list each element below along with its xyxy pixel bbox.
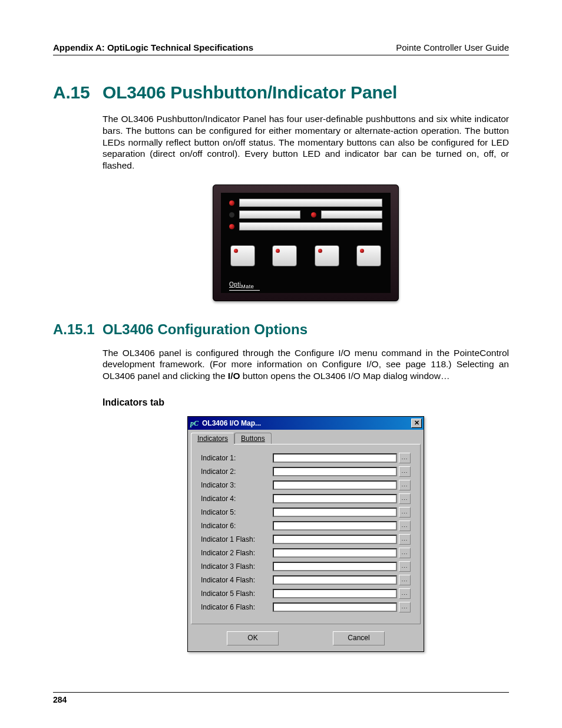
- field-label: Indicator 5 Flash:: [201, 589, 273, 598]
- ok-button[interactable]: OK: [227, 631, 279, 645]
- browse-button[interactable]: ...: [399, 588, 411, 599]
- app-logo-icon: pC: [190, 419, 200, 428]
- indicator-5-input[interactable]: [273, 508, 397, 517]
- subsection-title: OL3406 Configuration Options: [103, 321, 308, 337]
- indicator-3-input[interactable]: [273, 480, 397, 490]
- tab-buttons[interactable]: Buttons: [234, 433, 272, 444]
- hardware-pushbutton: [315, 245, 339, 266]
- header-left: Appendix A: OptiLogic Technical Specific…: [53, 42, 253, 52]
- indicator-bar: [239, 222, 382, 230]
- close-button[interactable]: ✕: [411, 419, 422, 428]
- field-row: Indicator 2:...: [201, 466, 411, 477]
- field-label: Indicator 6 Flash:: [201, 603, 273, 611]
- field-label: Indicator 3 Flash:: [201, 562, 273, 571]
- section-number: A.15: [53, 83, 103, 103]
- field-label: Indicator 4:: [201, 495, 273, 503]
- header-right: Pointe Controller User Guide: [396, 42, 509, 52]
- section-title: OL3406 Pushbutton/Indicator Panel: [103, 83, 397, 102]
- field-row: Indicator 1 Flash:...: [201, 534, 411, 545]
- field-label: Indicator 1 Flash:: [201, 535, 273, 543]
- indicator-2-flash-input[interactable]: [273, 548, 397, 558]
- page-header: Appendix A: OptiLogic Technical Specific…: [53, 42, 509, 55]
- browse-button[interactable]: ...: [399, 548, 411, 558]
- field-label: Indicator 5:: [201, 508, 273, 516]
- field-label: Indicator 2 Flash:: [201, 549, 273, 557]
- field-row: Indicator 2 Flash:...: [201, 548, 411, 558]
- browse-button[interactable]: ...: [399, 521, 411, 531]
- indicator-led-icon: [229, 224, 234, 229]
- device-illustration: OptiMate: [103, 185, 509, 301]
- browse-button[interactable]: ...: [399, 493, 411, 504]
- indicator-6-input[interactable]: [273, 521, 397, 531]
- subsection-heading: A.15.1OL3406 Configuration Options: [53, 321, 509, 338]
- field-label: Indicator 6:: [201, 522, 273, 530]
- tab-pane: Indicator 1:... Indicator 2:... Indicato…: [191, 444, 421, 624]
- indicator-5-flash-input[interactable]: [273, 589, 397, 598]
- field-row: Indicator 1:...: [201, 453, 411, 463]
- dialog-title: OL3406 I/O Map...: [202, 419, 261, 427]
- browse-button[interactable]: ...: [399, 466, 411, 477]
- browse-button[interactable]: ...: [399, 480, 411, 490]
- browse-button[interactable]: ...: [399, 602, 411, 612]
- field-row: Indicator 5:...: [201, 507, 411, 518]
- indicator-6-flash-input[interactable]: [273, 602, 397, 612]
- browse-button[interactable]: ...: [399, 507, 411, 518]
- hardware-pushbutton: [356, 245, 381, 266]
- tab-strip: IndicatorsButtons: [188, 430, 424, 444]
- indicator-bar: [321, 210, 382, 219]
- indicator-led-icon: [311, 212, 316, 218]
- indicator-bar: [239, 199, 382, 207]
- indicator-bar: [239, 210, 300, 219]
- browse-button[interactable]: ...: [399, 561, 411, 572]
- field-row: Indicator 4 Flash:...: [201, 575, 411, 585]
- indicator-2-input[interactable]: [273, 467, 397, 476]
- field-row: Indicator 6 Flash:...: [201, 602, 411, 612]
- indicator-1-input[interactable]: [273, 453, 397, 463]
- dialog-titlebar: pC OL3406 I/O Map... ✕: [188, 417, 424, 430]
- field-row: Indicator 6:...: [201, 521, 411, 531]
- field-label: Indicator 4 Flash:: [201, 576, 273, 584]
- browse-button[interactable]: ...: [399, 453, 411, 463]
- section-heading: A.15OL3406 Pushbutton/Indicator Panel: [53, 83, 509, 103]
- cancel-button[interactable]: Cancel: [333, 631, 385, 645]
- field-row: Indicator 5 Flash:...: [201, 588, 411, 599]
- indicators-tab-heading: Indicators tab: [103, 397, 509, 408]
- indicator-led-icon: [229, 212, 234, 218]
- indicator-4-flash-input[interactable]: [273, 575, 397, 585]
- field-label: Indicator 1:: [201, 454, 273, 462]
- field-row: Indicator 3:...: [201, 480, 411, 490]
- subsection-number: A.15.1: [53, 321, 103, 338]
- device-brand-label: OptiMate: [229, 281, 260, 291]
- section-paragraph-1: The OL3406 Pushbutton/Indicator Panel ha…: [103, 113, 509, 172]
- io-map-dialog: pC OL3406 I/O Map... ✕ IndicatorsButtons…: [187, 416, 424, 652]
- page-number: 284: [53, 695, 67, 704]
- indicator-3-flash-input[interactable]: [273, 562, 397, 571]
- page-footer: 284: [53, 692, 509, 704]
- indicator-led-icon: [229, 200, 234, 206]
- browse-button[interactable]: ...: [399, 534, 411, 545]
- field-label: Indicator 3:: [201, 481, 273, 489]
- field-row: Indicator 3 Flash:...: [201, 561, 411, 572]
- indicator-1-flash-input[interactable]: [273, 535, 397, 544]
- hardware-pushbutton: [272, 245, 297, 266]
- field-label: Indicator 2:: [201, 467, 273, 476]
- subsection-paragraph: The OL3406 panel is configured through t…: [103, 347, 509, 382]
- tab-indicators[interactable]: Indicators: [191, 433, 234, 444]
- field-row: Indicator 4:...: [201, 493, 411, 504]
- browse-button[interactable]: ...: [399, 575, 411, 585]
- hardware-pushbutton: [230, 245, 255, 266]
- indicator-4-input[interactable]: [273, 494, 397, 503]
